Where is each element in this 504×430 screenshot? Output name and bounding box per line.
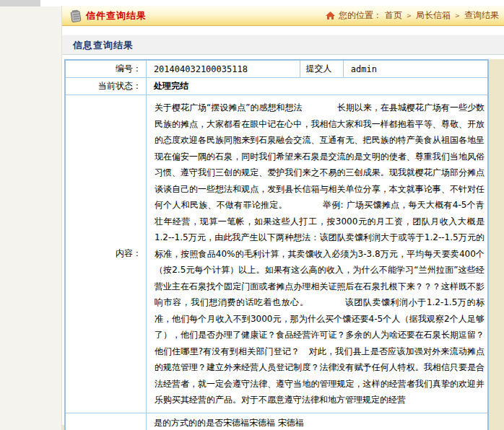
submitter-label: 提交人 <box>300 60 343 78</box>
content-label: 内容： <box>65 95 146 413</box>
status-value: 处理完结 <box>146 78 488 95</box>
breadcrumb-separator: ＞ <box>453 10 461 21</box>
breadcrumb-mailbox-link[interactable]: 局长信箱 <box>416 9 451 22</box>
number-label: 编号： <box>65 60 146 78</box>
table-row-number: 编号： 201404032100035118 提交人 admin <box>65 60 488 78</box>
breadcrumb-prefix: 您的位置： <box>339 9 382 22</box>
breadcrumb-home-link[interactable]: 首页 <box>385 9 402 22</box>
section-title: 信息查询结果 <box>62 35 504 55</box>
home-icon <box>326 12 336 20</box>
content-panel: 信件查询结果 您的位置： 首页 ＞ 局长信箱 ＞ 查询结果 信息查询结果 <box>61 6 504 430</box>
breadcrumb-separator: ＞ <box>405 10 413 21</box>
breadcrumb-current: 查询结果 <box>464 9 499 22</box>
submitter-value: admin <box>343 60 488 78</box>
result-table: 编号： 201404032100035118 提交人 admin 当前状态： 处… <box>64 59 489 430</box>
number-value: 201404032100035118 <box>146 60 300 78</box>
table-row-content: 内容： 关于樱花广场“摆设摊点”的感想和想法 长期以来，在县城樱花广场有一些少数… <box>65 95 488 413</box>
page-title: 信件查询结果 <box>86 9 147 22</box>
status-label: 当前状态： <box>65 78 146 95</box>
breadcrumb: 您的位置： 首页 ＞ 局长信箱 ＞ 查询结果 <box>326 9 499 22</box>
header-left: 信件查询结果 <box>69 9 147 22</box>
header-bar: 信件查询结果 您的位置： 首页 ＞ 局长信箱 ＞ 查询结果 <box>62 6 504 26</box>
top-left-gray-strip <box>0 0 40 6</box>
table-row-status: 当前状态： 处理完结 <box>65 78 488 95</box>
content-value: 关于樱花广场“摆设摊点”的感想和想法 长期以来，在县城樱花广场有一些少数民族的摊… <box>146 95 488 413</box>
table-row-result: 处理结果： 是的方式的的是否宋德福宋德福 宋德福 <box>65 413 488 430</box>
result-label: 处理结果： <box>65 413 146 430</box>
result-value: 是的方式的的是否宋德福宋德福 宋德福 <box>146 413 488 430</box>
beige-filler-right <box>489 59 504 430</box>
page: 信件查询结果 您的位置： 首页 ＞ 局长信箱 ＞ 查询结果 信息查询结果 <box>0 0 504 430</box>
letter-icon <box>69 9 82 22</box>
